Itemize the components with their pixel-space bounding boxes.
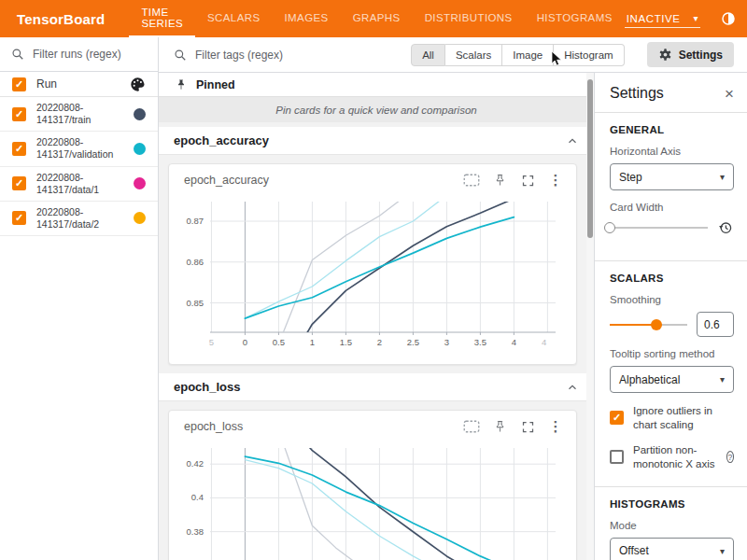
svg-text:2: 2 [377, 337, 382, 347]
filter-tags-placeholder[interactable]: Filter tags (regex) [195, 49, 283, 62]
tab-scalars[interactable]: SCALARS [195, 0, 273, 37]
search-icon [174, 49, 187, 62]
card-title: epoch_accuracy [184, 174, 269, 187]
svg-text:0.38: 0.38 [187, 526, 204, 537]
histogram-mode-select[interactable]: Offset ▾ [610, 538, 734, 560]
chevron-down-icon: ▾ [720, 546, 725, 556]
search-icon [11, 48, 24, 61]
fullscreen-icon[interactable] [516, 169, 539, 191]
chip-scalars[interactable]: Scalars [445, 44, 502, 66]
settings-section-histograms: HISTOGRAMS Mode Offset ▾ [595, 487, 747, 560]
reset-icon[interactable] [717, 219, 734, 236]
more-options-icon[interactable]: ⋮ [544, 169, 567, 191]
chip-histogram[interactable]: Histogram [554, 44, 624, 66]
svg-text:5: 5 [209, 337, 214, 347]
svg-text:0.4: 0.4 [191, 492, 204, 502]
svg-text:3: 3 [444, 337, 449, 347]
section-epoch-accuracy[interactable]: epoch_accuracy [159, 127, 594, 155]
pinned-section-header: Pinned [159, 73, 594, 97]
run-row-validation[interactable]: ✓ 20220808-141317/validation [0, 132, 158, 166]
histogram-mode-label: Mode [610, 520, 734, 531]
settings-button-label: Settings [679, 49, 723, 62]
chevron-up-icon[interactable] [566, 134, 579, 147]
app-header: TensorBoard TIME SERIES SCALARS IMAGES G… [0, 0, 747, 37]
run-row-data-1[interactable]: ✓ 20220808-141317/data/1 [0, 167, 158, 202]
run-checkbox[interactable]: ✓ [12, 211, 26, 225]
tab-images[interactable]: IMAGES [273, 0, 341, 37]
scrollbar-thumb[interactable] [587, 79, 593, 238]
epoch-accuracy-chart[interactable]: 0.850.860.8700.511.522.533.5454 [169, 196, 567, 355]
runs-sidebar: Filter runs (regex) ✓ Run ✓ 20220808-141… [0, 37, 159, 560]
settings-panel: Settings × GENERAL Horizontal Axis Step … [594, 73, 747, 560]
pinned-title: Pinned [196, 78, 235, 91]
chip-image[interactable]: Image [502, 44, 554, 66]
chevron-up-icon[interactable] [566, 381, 579, 394]
refresh-icon[interactable] [743, 4, 747, 34]
svg-text:1: 1 [310, 337, 315, 347]
run-color-dot [134, 143, 146, 155]
chevron-down-icon: ▾ [720, 172, 725, 182]
svg-text:3.5: 3.5 [474, 337, 486, 347]
tooltip-sorting-label: Tooltip sorting method [610, 348, 734, 359]
palette-icon[interactable] [130, 77, 146, 92]
horizontal-axis-select[interactable]: Step ▾ [610, 163, 734, 190]
tab-time-series[interactable]: TIME SERIES [129, 0, 195, 37]
select-all-runs-checkbox[interactable]: ✓ [12, 77, 26, 91]
svg-text:0.42: 0.42 [187, 458, 204, 469]
tag-type-filter: All Scalars Image Histogram [411, 44, 625, 66]
tab-graphs[interactable]: GRAPHS [341, 0, 413, 37]
smoothing-label: Smoothing [610, 294, 734, 305]
run-row-train[interactable]: ✓ 20220808-141317/train [0, 97, 158, 132]
run-checkbox[interactable]: ✓ [12, 142, 26, 156]
svg-text:0: 0 [243, 337, 247, 347]
run-column-label: Run [36, 77, 130, 91]
tab-distributions[interactable]: DISTRIBUTIONS [413, 0, 525, 37]
fit-to-data-icon[interactable] [460, 415, 483, 438]
scalar-card-epoch-accuracy: epoch_accuracy [168, 163, 577, 365]
help-icon[interactable]: ? [726, 451, 734, 463]
pin-hint: Pin cards for a quick view and compariso… [159, 97, 594, 122]
app-logo: TensorBoard [0, 0, 129, 37]
run-list-header: ✓ Run [0, 72, 158, 97]
pin-card-icon[interactable] [488, 415, 511, 438]
fullscreen-icon[interactable] [516, 415, 539, 438]
svg-text:4: 4 [512, 337, 516, 347]
scrollbar-track[interactable] [586, 73, 594, 560]
more-options-icon[interactable]: ⋮ [544, 415, 567, 438]
svg-text:2.5: 2.5 [407, 337, 419, 347]
chevron-down-icon: ▾ [720, 374, 725, 385]
section-epoch-loss[interactable]: epoch_loss [159, 373, 594, 401]
pin-icon [175, 78, 188, 91]
run-label: 20220808-141317/data/2 [36, 206, 115, 231]
epoch-loss-chart[interactable]: 0.420.40.380.36 [169, 442, 567, 560]
pin-card-icon[interactable] [488, 169, 511, 191]
cards-scroll-area[interactable]: Pinned Pin cards for a quick view and co… [159, 73, 594, 560]
partition-x-axis-checkbox[interactable]: ✓ [610, 450, 624, 464]
smoothing-value-input[interactable]: 0.6 [697, 312, 734, 337]
fit-to-data-icon[interactable] [460, 169, 483, 191]
settings-button[interactable]: Settings [647, 42, 734, 67]
settings-section-general: GENERAL Horizontal Axis Step ▾ Card Widt… [595, 113, 747, 260]
header-right: INACTIVE ▾ ? [625, 0, 747, 37]
run-checkbox[interactable]: ✓ [12, 107, 26, 121]
partition-x-axis-checkbox-row[interactable]: ✓ Partition non-monotonic X axis ? [610, 443, 734, 471]
smoothing-slider[interactable] [610, 318, 687, 331]
filter-runs-input[interactable]: Filter runs (regex) [0, 37, 158, 72]
run-checkbox[interactable]: ✓ [12, 176, 26, 190]
close-icon[interactable]: × [725, 86, 734, 102]
ignore-outliers-checkbox-row[interactable]: ✓ Ignore outliers in chart scaling [610, 404, 734, 432]
tensorboard-app: TensorBoard TIME SERIES SCALARS IMAGES G… [0, 0, 747, 560]
chip-all[interactable]: All [411, 44, 445, 66]
dark-mode-icon[interactable] [713, 4, 743, 34]
run-row-data-2[interactable]: ✓ 20220808-141317/data/2 [0, 202, 158, 236]
run-status-select[interactable]: INACTIVE ▾ [625, 10, 700, 28]
ignore-outliers-checkbox[interactable]: ✓ [610, 411, 624, 425]
card-title: epoch_loss [184, 420, 243, 433]
svg-text:4: 4 [542, 337, 546, 347]
tooltip-sorting-select[interactable]: Alphabetical ▾ [610, 366, 734, 393]
tab-histograms[interactable]: HISTOGRAMS [525, 0, 625, 37]
filter-runs-placeholder: Filter runs (regex) [33, 48, 121, 61]
svg-text:1.5: 1.5 [340, 337, 352, 347]
card-width-slider[interactable] [610, 221, 708, 234]
settings-section-scalars: SCALARS Smoothing 0.6 Tooltip sorting me… [595, 261, 747, 486]
